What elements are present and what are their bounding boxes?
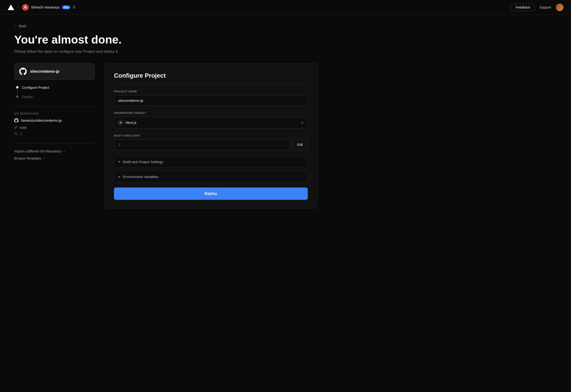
repo-name: sitecoredemo-jp: [30, 69, 59, 74]
feedback-button[interactable]: Feedback: [511, 3, 535, 11]
left-panel: sitecoredemo-jp Configure Project Deploy…: [14, 63, 95, 164]
page-title: You're almost done.: [14, 34, 318, 46]
root-directory-label: ROOT DIRECTORY: [114, 134, 308, 137]
user-avatar[interactable]: [556, 3, 563, 11]
build-settings-row[interactable]: ▶ Build and Output Settings: [114, 156, 308, 168]
header-right: Feedback Support: [511, 3, 563, 11]
page-subtitle: Please follow the steps to configure you…: [14, 49, 318, 54]
account-switcher-icon[interactable]: ⇅: [73, 5, 75, 10]
framework-label: FRAMEWORK PRESET: [114, 112, 308, 114]
git-repo-text: haramizu/sitecoredemo-jp: [21, 118, 62, 122]
edit-button[interactable]: Edit: [292, 140, 308, 150]
config-title: Configure Project: [114, 72, 308, 84]
right-panel: Configure Project PROJECT NAME FRAMEWORK…: [104, 63, 318, 209]
header-left: / Shinichi Haramizu Pro ⇅: [8, 4, 75, 11]
header: / Shinichi Haramizu Pro ⇅ Feedback Suppo…: [0, 0, 571, 15]
nextjs-icon: N: [118, 120, 123, 125]
folder-icon: [14, 132, 18, 136]
project-name-input[interactable]: [114, 95, 308, 106]
github-icon: [19, 68, 27, 75]
project-name-group: PROJECT NAME: [114, 90, 308, 106]
step-deploy: Deploy: [16, 95, 95, 99]
step-configure: Configure Project: [16, 85, 95, 89]
git-branch-text: main: [20, 126, 27, 129]
root-directory-input[interactable]: [114, 140, 290, 150]
git-branch-item: main: [14, 126, 95, 130]
git-directory-item: ./: [14, 132, 95, 136]
root-directory-group: ROOT DIRECTORY Edit: [114, 134, 308, 150]
content-area: sitecoredemo-jp Configure Project Deploy…: [14, 63, 318, 209]
branch-icon: [14, 126, 18, 130]
chevron-down-icon: ∨: [301, 120, 304, 125]
build-settings-label: Build and Output Settings: [123, 160, 163, 164]
step-connector: [17, 89, 17, 95]
bottom-links: Import a different Git Repository → Brow…: [14, 143, 95, 160]
build-settings-arrow-icon: ▶: [118, 160, 121, 163]
back-arrow-icon: ←: [14, 24, 17, 28]
step-label-configure: Configure Project: [22, 85, 49, 89]
framework-select[interactable]: N Next.js ∨: [114, 117, 308, 128]
slash-separator: /: [17, 5, 19, 10]
env-vars-label: Environment Variables: [123, 175, 159, 179]
git-repo-link: haramizu/sitecoredemo-jp: [14, 118, 95, 123]
project-name-label: PROJECT NAME: [114, 90, 308, 93]
root-directory-row: Edit: [114, 140, 308, 150]
user-avatar-small: [22, 4, 29, 11]
git-directory-text: ./: [20, 132, 22, 136]
env-vars-row[interactable]: ▶ Environment Variables: [114, 171, 308, 183]
pro-badge: Pro: [62, 5, 70, 9]
user-name: Shinichi Haramizu: [31, 5, 60, 9]
import-git-link[interactable]: Import a different Git Repository →: [14, 149, 95, 153]
framework-preset-group: FRAMEWORK PRESET N Next.js ∨: [114, 112, 308, 128]
step-dot-deploy: [16, 95, 18, 98]
env-vars-arrow-icon: ▶: [118, 175, 121, 178]
git-section-title: GIT REPOSITORY: [14, 112, 95, 115]
repo-card: sitecoredemo-jp: [14, 63, 95, 80]
steps-list: Configure Project Deploy: [14, 80, 95, 99]
step-dot-configure: [16, 86, 18, 88]
vercel-logo-icon: [8, 4, 14, 11]
step-label-deploy: Deploy: [22, 95, 33, 99]
svg-point-0: [25, 6, 26, 7]
back-link[interactable]: ← Back: [14, 24, 318, 28]
framework-name: Next.js: [126, 121, 136, 125]
main-content: ← Back You're almost done. Please follow…: [0, 15, 332, 218]
support-link[interactable]: Support: [540, 5, 551, 9]
browse-templates-link[interactable]: Browse Templates →: [14, 156, 95, 160]
git-section: GIT REPOSITORY haramizu/sitecoredemo-jp: [14, 106, 95, 136]
github-repo-icon: [14, 118, 18, 123]
deploy-button[interactable]: Deploy: [114, 187, 308, 200]
back-label: Back: [19, 24, 26, 28]
